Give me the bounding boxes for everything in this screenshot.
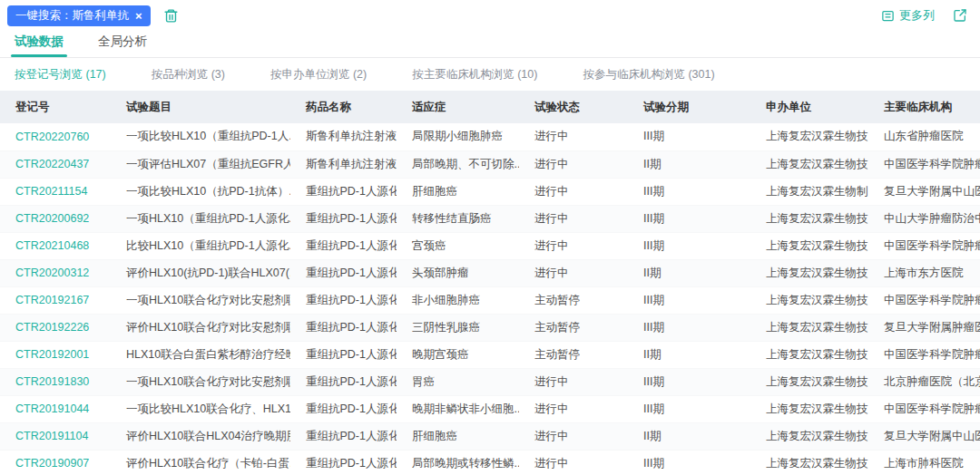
table-row: CTR20191044一项比较HLX10联合化疗、HLX10...重组抗PD-1… [0,395,980,422]
cell-trial-phase: III期 [628,232,750,259]
cell-trial-phase: III期 [628,286,750,314]
table-row: CTR20211154一项比较HLX10（抗PD-1抗体）...重组抗PD-1人… [0,178,980,205]
cell-main-institution: 中国医学科学院肿瘤... [868,395,980,422]
registry-link[interactable]: CTR20220760 [0,123,111,150]
cell-trial-title: 比较HLX10（重组抗PD-1人源化... [111,232,290,259]
col-header-sponsor: 申办单位 [750,91,868,123]
cell-trial-status: 进行中 [519,422,628,450]
filter-by-variety[interactable]: 按品种浏览 (3) [152,67,225,82]
cell-sponsor: 上海复宏汉霖生物技... [750,286,868,314]
col-header-indication: 适应症 [397,91,519,123]
filter-by-registry-no[interactable]: 按登记号浏览 (17) [15,67,106,82]
registry-link[interactable]: CTR20192167 [0,286,111,314]
table-row: CTR20200312评价HLX10(抗PD-1)联合HLX07(...重组抗P… [0,259,980,286]
cell-trial-title: 一项HLX10联合化疗对比安慰剂联... [111,286,290,314]
cell-trial-status: 主动暂停 [519,286,628,314]
cell-indication: 局部晚期、不可切除... [397,150,519,178]
cell-trial-status: 进行中 [519,232,628,259]
top-toolbar: 一键搜索：斯鲁利单抗 × 更多列 [0,0,980,31]
cell-trial-phase: III期 [628,123,750,150]
clear-filters-button[interactable] [163,8,179,24]
registry-link[interactable]: CTR20192226 [0,314,111,341]
tab-trial-data[interactable]: 试验数据 [15,34,64,57]
registry-link[interactable]: CTR20210468 [0,232,111,259]
cell-drug-name: 重组抗PD-1人源化单... [290,422,397,450]
cell-main-institution: 中山大学肿瘤防治中心 [868,205,980,232]
registry-link[interactable]: CTR20220437 [0,150,111,178]
cell-indication: 晚期非鳞状非小细胞... [397,395,519,422]
cell-drug-name: 重组抗PD-1人源化单... [290,341,397,368]
cell-indication: 三阴性乳腺癌 [397,314,519,341]
registry-link[interactable]: CTR20200692 [0,205,111,232]
cell-drug-name: 重组抗PD-1人源化单... [290,368,397,395]
quick-search-tag-label: 一键搜索：斯鲁利单抗 [15,10,129,22]
registry-link[interactable]: CTR20192001 [0,341,111,368]
filter-by-sponsor[interactable]: 按申办单位浏览 (2) [270,67,367,82]
table-row: CTR20190907评价HLX10联合化疗（卡铂-白蛋...重组抗PD-1人源… [0,450,980,475]
cell-sponsor: 上海复宏汉霖生物技... [750,450,868,475]
cell-main-institution: 山东省肿瘤医院 [868,123,980,150]
cell-trial-phase: III期 [628,395,750,422]
close-icon[interactable]: × [135,10,142,22]
cell-drug-name: 斯鲁利单抗注射液 [290,123,397,150]
export-button[interactable] [953,8,967,23]
registry-link[interactable]: CTR20211154 [0,178,111,205]
registry-link[interactable]: CTR20191044 [0,395,111,422]
cell-sponsor: 上海复宏汉霖生物技... [750,341,868,368]
cell-indication: 胃癌 [397,368,519,395]
cell-trial-title: 一项比较HLX10（抗PD-1抗体）... [111,178,290,205]
cell-trial-title: HLX10联合白蛋白紫杉醇治疗经晚... [111,341,290,368]
cell-sponsor: 上海复宏汉霖生物技... [750,205,868,232]
more-columns-button[interactable]: 更多列 [881,7,935,24]
tab-global-analysis[interactable]: 全局分析 [98,34,147,57]
trash-icon [163,8,179,24]
more-columns-label: 更多列 [899,7,935,24]
cell-trial-status: 进行中 [519,150,628,178]
table-row: CTR20220437一项评估HLX07（重组抗EGFR人...斯鲁利单抗注射液… [0,150,980,178]
browse-filter-bar: 按登记号浏览 (17) 按品种浏览 (3) 按申办单位浏览 (2) 按主要临床机… [0,58,980,91]
cell-sponsor: 上海复宏汉霖生物制... [750,178,868,205]
cell-trial-phase: III期 [628,368,750,395]
quick-search-tag[interactable]: 一键搜索：斯鲁利单抗 × [7,5,151,26]
cell-drug-name: 重组抗PD-1人源化单... [290,450,397,475]
table-body: CTR20220760一项比较HLX10（重组抗PD-1人...斯鲁利单抗注射液… [0,123,980,475]
registry-link[interactable]: CTR20191830 [0,368,111,395]
col-header-registry-no: 登记号 [0,91,111,123]
registry-link[interactable]: CTR20191104 [0,422,111,450]
cell-trial-phase: III期 [628,450,750,475]
cell-trial-status: 进行中 [519,123,628,150]
cell-sponsor: 上海复宏汉霖生物技... [750,232,868,259]
table-row: CTR20191104评价HLX10联合HLX04治疗晚期肝...重组抗PD-1… [0,422,980,450]
cell-trial-title: 评价HLX10(抗PD-1)联合HLX07(... [111,259,290,286]
table-row: CTR20192226评价HLX10联合化疗对比安慰剂联...重组抗PD-1人源… [0,314,980,341]
trials-table: 登记号 试验题目 药品名称 适应症 试验状态 试验分期 申办单位 主要临床机构 … [0,91,980,475]
cell-indication: 局部晚期或转移性鳞... [397,450,519,475]
cell-indication: 局限期小细胞肺癌 [397,123,519,150]
registry-link[interactable]: CTR20190907 [0,450,111,475]
cell-indication: 晚期宫颈癌 [397,341,519,368]
col-header-trial-status: 试验状态 [519,91,628,123]
filter-by-main-institution[interactable]: 按主要临床机构浏览 (10) [412,67,537,82]
cell-trial-title: 一项比较HLX10（重组抗PD-1人... [111,123,290,150]
col-header-main-institution: 主要临床机构 [868,91,980,123]
cell-main-institution: 复旦大学附属肿瘤医院 [868,314,980,341]
cell-trial-title: 评价HLX10联合化疗（卡铂-白蛋... [111,450,290,475]
cell-drug-name: 重组抗PD-1人源化单... [290,178,397,205]
registry-link[interactable]: CTR20200312 [0,259,111,286]
cell-trial-status: 进行中 [519,395,628,422]
cell-drug-name: 重组抗PD-1人源化单... [290,286,397,314]
cell-sponsor: 上海复宏汉霖生物技... [750,123,868,150]
col-header-trial-phase: 试验分期 [628,91,750,123]
cell-indication: 转移性结直肠癌 [397,205,519,232]
cell-trial-phase: III期 [628,178,750,205]
cell-main-institution: 复旦大学附属中山医院 [868,178,980,205]
cell-trial-status: 主动暂停 [519,341,628,368]
cell-trial-phase: III期 [628,314,750,341]
cell-main-institution: 中国医学科学院肿瘤... [868,286,980,314]
cell-trial-status: 进行中 [519,259,628,286]
cell-sponsor: 上海复宏汉霖生物技... [750,150,868,178]
col-header-trial-title: 试验题目 [111,91,290,123]
cell-trial-status: 进行中 [519,368,628,395]
filter-by-participating-institution[interactable]: 按参与临床机构浏览 (301) [583,67,714,82]
cell-trial-title: 一项HLX10联合化疗对比安慰剂联... [111,368,290,395]
